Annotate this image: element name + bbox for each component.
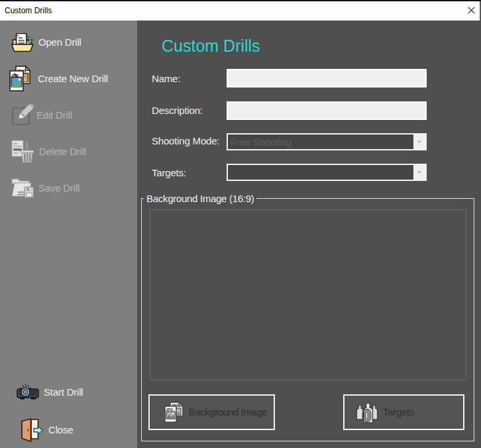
svg-text:JPG: JPG	[11, 74, 19, 78]
svg-text:JPG: JPG	[166, 408, 174, 412]
